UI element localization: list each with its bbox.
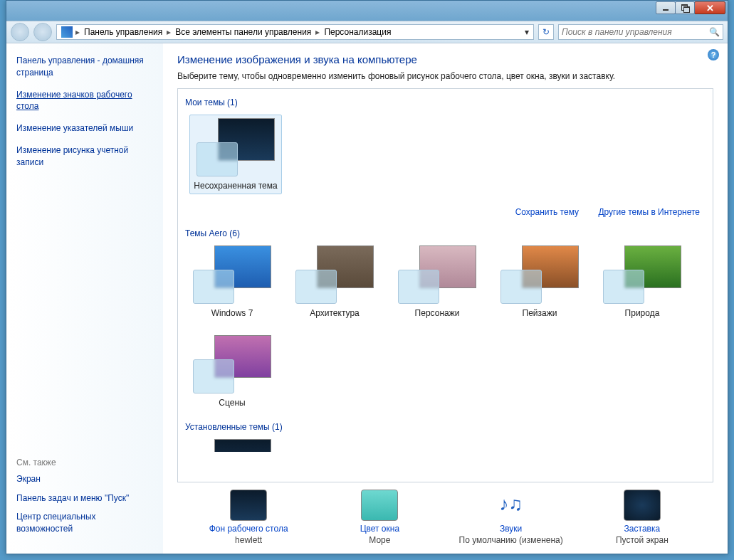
breadcrumb-item[interactable]: Все элементы панели управления	[171, 27, 315, 37]
sounds-setting[interactable]: ♪♫ Звуки По умолчанию (изменена)	[451, 490, 572, 545]
window-color-setting[interactable]: Цвет окна Море	[319, 490, 440, 545]
screensaver-icon	[624, 490, 661, 521]
setting-value: По умолчанию (изменена)	[451, 535, 572, 545]
sidebar: Панель управления - домашняя страница Из…	[6, 43, 163, 554]
theme-label: Пейзажи	[497, 308, 582, 318]
address-bar[interactable]: ▸ Панель управления ▸ Все элементы панел…	[56, 24, 534, 40]
page-title: Изменение изображения и звука на компьют…	[177, 53, 713, 65]
aero-themes-row: Windows 7 Архитектура Персонажи Пейзажи	[185, 240, 706, 418]
my-themes-row: Несохраненная тема	[185, 109, 706, 204]
theme-label: Персонажи	[394, 308, 480, 318]
installed-themes-row	[185, 433, 706, 462]
theme-landscapes[interactable]: Пейзажи	[497, 245, 582, 318]
theme-label: Архитектура	[292, 308, 377, 318]
bottom-settings: Фон рабочего стола hewlett Цвет окна Мор…	[177, 482, 713, 548]
setting-title: Фон рабочего стола	[188, 524, 309, 534]
theme-unsaved[interactable]: Несохраненная тема	[189, 115, 282, 194]
see-also-taskbar[interactable]: Панель задач и меню "Пуск"	[16, 492, 153, 504]
setting-value: Пустой экран	[582, 535, 703, 545]
theme-label: Windows 7	[189, 308, 275, 318]
setting-value: Море	[319, 535, 440, 545]
titlebar: ✕	[6, 1, 728, 21]
theme-installed[interactable]	[189, 439, 275, 452]
help-icon[interactable]: ?	[708, 49, 719, 60]
navbar: ▸ Панель управления ▸ Все элементы панел…	[6, 21, 728, 43]
window: ✕ ▸ Панель управления ▸ Все элементы пан…	[6, 0, 728, 554]
sidebar-link-account-picture[interactable]: Изменение рисунка учетной записи	[16, 144, 153, 169]
body: Панель управления - домашняя страница Из…	[6, 43, 728, 554]
control-panel-icon	[61, 26, 73, 38]
sidebar-home-link[interactable]: Панель управления - домашняя страница	[16, 55, 153, 79]
main-panel: ? Изменение изображения и звука на компь…	[163, 43, 728, 554]
setting-title: Звуки	[451, 524, 572, 534]
group-installed-title: Установленные темы (1)	[185, 422, 706, 432]
search-input[interactable]	[562, 27, 709, 37]
breadcrumb-item[interactable]: Персонализация	[320, 27, 395, 37]
more-themes-link[interactable]: Другие темы в Интернете	[598, 207, 700, 217]
breadcrumb-item[interactable]: Панель управления	[80, 27, 167, 37]
sound-icon: ♪♫	[493, 490, 530, 521]
color-icon	[361, 490, 398, 521]
forward-button[interactable]	[33, 23, 52, 41]
theme-windows7[interactable]: Windows 7	[189, 245, 275, 318]
page-subtitle: Выберите тему, чтобы одновременно измени…	[177, 71, 713, 81]
theme-label: Природа	[599, 308, 685, 318]
maximize-button[interactable]	[675, 1, 695, 14]
close-icon: ✕	[706, 3, 714, 14]
wallpaper-icon	[230, 490, 267, 521]
theme-actions: Сохранить тему Другие темы в Интернете	[185, 204, 706, 224]
theme-label: Сцены	[189, 398, 275, 408]
theme-architecture[interactable]: Архитектура	[292, 245, 377, 318]
see-also-display[interactable]: Экран	[16, 473, 153, 485]
close-button[interactable]: ✕	[694, 1, 725, 14]
setting-title: Заставка	[582, 524, 703, 534]
sidebar-link-desktop-icons[interactable]: Изменение значков рабочего стола	[16, 89, 153, 113]
see-also-title: См. также	[16, 458, 153, 467]
desktop-background-setting[interactable]: Фон рабочего стола hewlett	[188, 490, 309, 545]
sidebar-link-mouse-pointers[interactable]: Изменение указателей мыши	[16, 122, 153, 134]
group-aero-title: Темы Aero (6)	[185, 228, 706, 238]
see-also-ease-of-access[interactable]: Центр специальных возможностей	[16, 511, 153, 535]
theme-scenes[interactable]: Сцены	[189, 335, 275, 408]
minimize-button[interactable]	[656, 1, 676, 14]
save-theme-link[interactable]: Сохранить тему	[515, 207, 579, 217]
setting-title: Цвет окна	[319, 524, 440, 534]
back-button[interactable]	[11, 23, 29, 41]
theme-label: Несохраненная тема	[193, 181, 278, 191]
screensaver-setting[interactable]: Заставка Пустой экран	[582, 490, 703, 545]
theme-nature[interactable]: Природа	[599, 245, 685, 318]
search-icon: 🔍	[709, 27, 720, 37]
see-also-links: Экран Панель задач и меню "Пуск" Центр с…	[16, 473, 153, 542]
themes-pane: Мои темы (1) Несохраненная тема Сохранит…	[177, 88, 713, 482]
search-box[interactable]: 🔍	[558, 24, 723, 40]
theme-characters[interactable]: Персонажи	[394, 245, 480, 318]
refresh-button[interactable]: ↻	[538, 24, 554, 40]
group-my-themes-title: Мои темы (1)	[185, 97, 706, 107]
address-dropdown[interactable]: ▾	[522, 27, 532, 37]
setting-value: hewlett	[188, 535, 309, 545]
